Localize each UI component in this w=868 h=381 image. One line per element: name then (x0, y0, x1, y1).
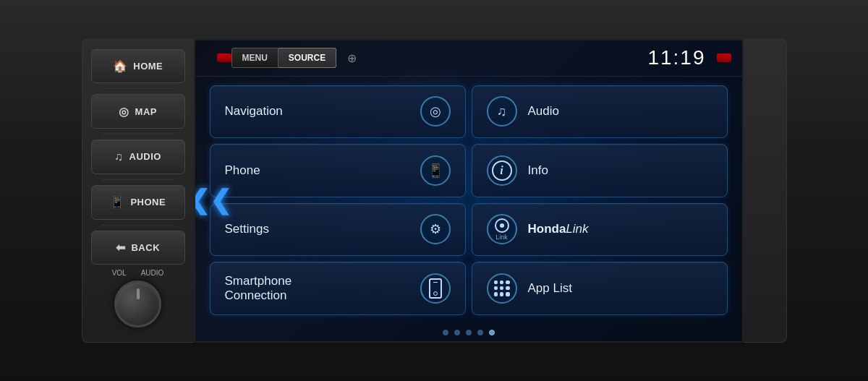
hondalink-menu-item[interactable]: Link HondaLink (472, 203, 728, 257)
smartphone-label-line1: Smartphone (225, 274, 409, 288)
phone-icon: 📱 (110, 195, 125, 209)
phone-button[interactable]: 📱 PHONE (91, 185, 185, 220)
audio-menu-icon: ♫ (487, 96, 517, 127)
smartphone-label-line2: Connection (225, 288, 409, 303)
back-label: BACK (131, 242, 160, 253)
audio-small-label: AUDIO (141, 269, 164, 277)
smartphone-menu-item[interactable]: Smartphone Connection (210, 262, 466, 315)
info-circle: i (492, 160, 512, 181)
source-button[interactable]: SOURCE (278, 48, 336, 68)
back-icon: ⬅ (116, 241, 126, 254)
top-bar: MENU SOURCE ⊕ 11:19 (195, 40, 742, 77)
vol-label: VOL (112, 269, 127, 277)
back-arrow-icon[interactable]: ❮❮ (194, 185, 231, 215)
applist-menu-item[interactable]: App List (472, 262, 728, 315)
home-button[interactable]: 🏠 HOME (91, 49, 185, 84)
phone-menu-label: Phone (225, 163, 409, 178)
info-menu-item[interactable]: i Info (472, 144, 728, 197)
page-dot-5-active[interactable] (489, 330, 495, 335)
back-button[interactable]: ⬅ BACK (91, 231, 185, 265)
home-icon: 🏠 (113, 59, 128, 73)
hondalink-icon: Link (487, 214, 517, 244)
audio-label: AUDIO (129, 151, 161, 162)
settings-menu-item[interactable]: Settings ⚙ (210, 203, 466, 257)
navigation-icon: ◎ (420, 96, 451, 127)
phone-menu-item[interactable]: Phone 📱 (210, 144, 466, 197)
page-dot-3[interactable] (466, 330, 472, 335)
page-dot-1[interactable] (443, 330, 448, 335)
volume-section: VOL AUDIO (112, 269, 164, 335)
volume-knob[interactable] (114, 281, 161, 328)
map-button[interactable]: ◎ MAP (91, 94, 185, 129)
right-panel (744, 39, 787, 343)
navigation-label: Navigation (225, 104, 409, 119)
page-dots (195, 324, 742, 341)
info-icon: i (487, 155, 517, 186)
separator-2 (102, 134, 174, 134)
audio-icon: ♫ (114, 150, 124, 163)
applist-icon (487, 273, 517, 304)
signal-icon: ⊕ (347, 51, 357, 65)
home-label: HOME (133, 61, 163, 72)
separator-1 (102, 88, 174, 89)
applist-label: App List (528, 281, 712, 296)
page-dot-4[interactable] (477, 330, 483, 335)
hondalink-name: HondaLink (528, 222, 589, 236)
info-label: Info (528, 163, 712, 178)
page-dot-2[interactable] (454, 330, 460, 335)
menu-button[interactable]: MENU (231, 48, 278, 68)
vol-audio-labels: VOL AUDIO (112, 269, 164, 277)
map-icon: ◎ (119, 105, 129, 119)
red-indicator-right (717, 53, 731, 62)
separator-3 (102, 179, 174, 180)
phone-label: PHONE (130, 197, 166, 207)
settings-icon: ⚙ (420, 214, 451, 244)
audio-menu-label: Audio (528, 104, 712, 119)
settings-label: Settings (225, 222, 409, 236)
audio-button[interactable]: ♫ AUDIO (91, 140, 185, 174)
red-indicator-left (217, 53, 231, 62)
car-dashboard: 🏠 HOME ◎ MAP ♫ AUDIO 📱 PHONE ⬅ BACK VOL … (0, 0, 868, 381)
separator-4 (102, 225, 174, 226)
time-display: 11:19 (647, 46, 705, 69)
menu-grid: ❮❮ Navigation ◎ ♫ Audio Phone 📱 i (195, 77, 742, 324)
main-screen: MENU SOURCE ⊕ 11:19 ❮❮ Navigation ◎ ♫ Au… (194, 39, 744, 343)
map-label: MAP (135, 106, 157, 117)
navigation-menu-item[interactable]: Navigation ◎ (210, 85, 466, 139)
left-button-panel: 🏠 HOME ◎ MAP ♫ AUDIO 📱 PHONE ⬅ BACK VOL … (82, 39, 194, 343)
phone-menu-icon: 📱 (420, 155, 451, 186)
smartphone-icon (420, 273, 451, 304)
audio-menu-item[interactable]: ♫ Audio (472, 85, 728, 139)
